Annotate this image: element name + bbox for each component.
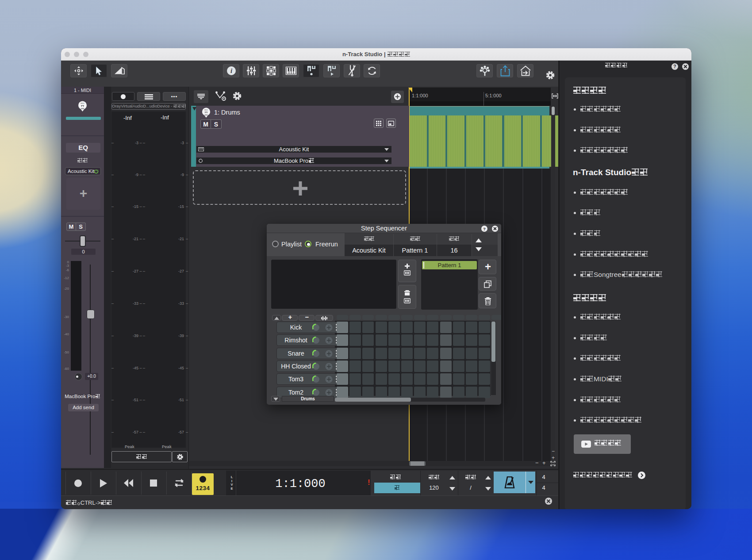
svg-text:?: ? — [673, 64, 676, 69]
svg-text:MIDI: MIDI — [204, 109, 208, 111]
svg-text:?: ? — [483, 226, 486, 231]
svg-text:MIDI: MIDI — [81, 102, 84, 104]
